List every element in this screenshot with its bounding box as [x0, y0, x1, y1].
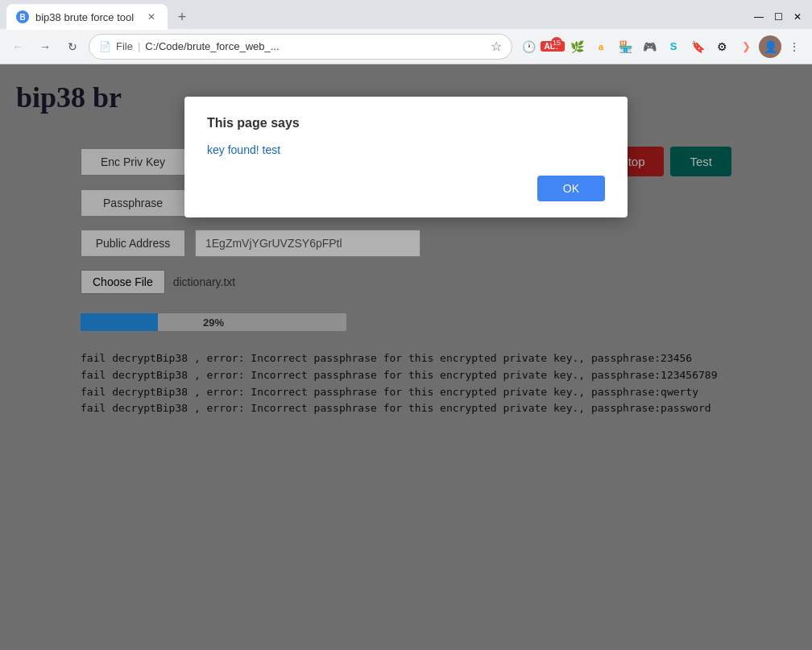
new-tab-button[interactable]: +: [171, 6, 193, 28]
forward-button[interactable]: →: [34, 35, 56, 58]
minimize-button[interactable]: —: [751, 9, 767, 25]
tab-title: bip38 brute force tool: [35, 11, 134, 23]
file-label: File: [116, 40, 133, 52]
modal-message: key found! test: [207, 143, 605, 156]
bookmark-extension[interactable]: 🔖: [686, 35, 709, 58]
abp-extension[interactable]: ABP: [541, 35, 564, 58]
page-content: bip38 br Enc Priv Key Start> Stop Test P…: [0, 64, 812, 650]
file-icon: 📄: [99, 41, 111, 52]
evernote-extension[interactable]: 🌿: [566, 35, 588, 58]
browser-chrome: B bip38 brute force tool ✕ + — ☐ ✕ ← → ↻…: [0, 0, 812, 64]
timer-extension[interactable]: 🕐: [517, 35, 540, 58]
menu-button[interactable]: ⋮: [783, 35, 806, 58]
store-extension[interactable]: 🏪: [614, 35, 636, 58]
window-controls: — ☐ ✕: [751, 9, 806, 25]
title-bar: B bip38 brute force tool ✕ + — ☐ ✕: [0, 0, 812, 29]
settings-extension[interactable]: ⚙: [710, 35, 733, 58]
close-button[interactable]: ✕: [789, 9, 806, 25]
modal-title: This page says: [207, 116, 605, 130]
bookmark-icon[interactable]: ☆: [491, 39, 502, 54]
modal-buttons: OK: [207, 176, 605, 201]
extensions-area: 🕐 ABP 🌿 a 🏪 🎮 S 🔖 ⚙ ❯ 👤 ⋮: [517, 35, 806, 58]
hubspot-extension[interactable]: ❯: [735, 35, 757, 58]
address-text: C:/Code/brute_force_web_...: [145, 40, 486, 52]
game-extension[interactable]: 🎮: [638, 35, 661, 58]
skype-extension[interactable]: S: [662, 35, 685, 58]
active-tab[interactable]: B bip38 brute force tool ✕: [6, 4, 168, 30]
reload-button[interactable]: ↻: [61, 35, 84, 58]
profile-avatar[interactable]: 👤: [759, 35, 781, 58]
modal-ok-button[interactable]: OK: [537, 176, 605, 201]
address-bar[interactable]: 📄 File | C:/Code/brute_force_web_... ☆: [89, 34, 512, 60]
back-button[interactable]: ←: [6, 35, 29, 58]
amazon-extension[interactable]: a: [590, 35, 612, 58]
maximize-button[interactable]: ☐: [770, 9, 786, 25]
tab-favicon: B: [16, 10, 29, 23]
modal-overlay: This page says key found! test OK: [0, 64, 812, 650]
tab-bar: B bip38 brute force tool ✕ +: [6, 4, 193, 30]
modal-dialog: This page says key found! test OK: [184, 97, 628, 217]
tab-close-button[interactable]: ✕: [145, 10, 158, 23]
nav-bar: ← → ↻ 📄 File | C:/Code/brute_force_web_.…: [0, 29, 812, 64]
